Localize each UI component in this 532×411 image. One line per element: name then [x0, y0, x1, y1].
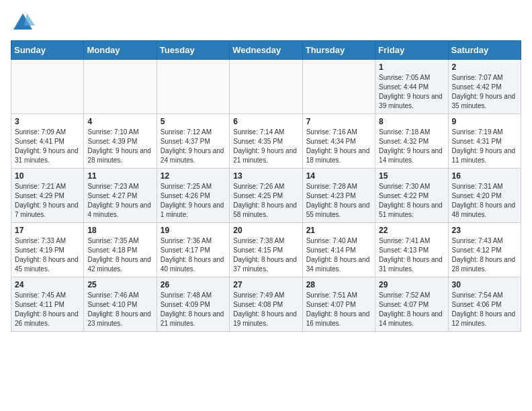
week-row-4: 17Sunrise: 7:33 AM Sunset: 4:19 PM Dayli… — [11, 223, 521, 277]
calendar-cell: 16Sunrise: 7:31 AM Sunset: 4:20 PM Dayli… — [448, 169, 521, 223]
day-number: 4 — [87, 117, 152, 126]
calendar-cell: 29Sunrise: 7:52 AM Sunset: 4:07 PM Dayli… — [375, 277, 448, 332]
weekday-header-wednesday: Wednesday — [230, 41, 302, 60]
day-number: 24 — [15, 280, 80, 289]
calendar-cell: 17Sunrise: 7:33 AM Sunset: 4:19 PM Dayli… — [11, 223, 84, 277]
logo-icon — [11, 11, 35, 35]
day-number: 17 — [15, 226, 80, 235]
day-info: Sunrise: 7:09 AM Sunset: 4:41 PM Dayligh… — [15, 128, 80, 165]
day-info: Sunrise: 7:23 AM Sunset: 4:27 PM Dayligh… — [87, 182, 152, 220]
calendar-cell: 9Sunrise: 7:19 AM Sunset: 4:31 PM Daylig… — [448, 114, 521, 169]
day-number: 7 — [306, 117, 371, 126]
day-number: 3 — [15, 117, 80, 126]
day-info: Sunrise: 7:16 AM Sunset: 4:34 PM Dayligh… — [306, 128, 371, 165]
day-info: Sunrise: 7:41 AM Sunset: 4:13 PM Dayligh… — [379, 236, 444, 274]
day-info: Sunrise: 7:19 AM Sunset: 4:31 PM Dayligh… — [452, 128, 517, 165]
calendar-cell: 1Sunrise: 7:05 AM Sunset: 4:44 PM Daylig… — [375, 60, 448, 114]
calendar-cell: 22Sunrise: 7:41 AM Sunset: 4:13 PM Dayli… — [375, 223, 448, 277]
calendar-cell: 12Sunrise: 7:25 AM Sunset: 4:26 PM Dayli… — [157, 169, 229, 223]
calendar-table: SundayMondayTuesdayWednesdayThursdayFrid… — [11, 40, 521, 332]
weekday-header-row: SundayMondayTuesdayWednesdayThursdayFrid… — [11, 41, 521, 60]
day-number: 8 — [379, 117, 444, 126]
day-number: 22 — [379, 226, 444, 235]
calendar-cell: 25Sunrise: 7:46 AM Sunset: 4:10 PM Dayli… — [84, 277, 157, 332]
calendar-cell: 19Sunrise: 7:36 AM Sunset: 4:17 PM Dayli… — [157, 223, 229, 277]
calendar-cell: 27Sunrise: 7:49 AM Sunset: 4:08 PM Dayli… — [230, 277, 302, 332]
calendar-cell: 11Sunrise: 7:23 AM Sunset: 4:27 PM Dayli… — [84, 169, 157, 223]
calendar-cell — [230, 60, 302, 114]
day-info: Sunrise: 7:25 AM Sunset: 4:26 PM Dayligh… — [161, 182, 226, 220]
calendar-cell: 5Sunrise: 7:12 AM Sunset: 4:37 PM Daylig… — [157, 114, 229, 169]
day-number: 29 — [379, 280, 444, 289]
calendar-cell: 4Sunrise: 7:10 AM Sunset: 4:39 PM Daylig… — [84, 114, 157, 169]
day-info: Sunrise: 7:28 AM Sunset: 4:23 PM Dayligh… — [306, 182, 371, 220]
day-number: 9 — [452, 117, 517, 126]
day-number: 20 — [233, 226, 298, 235]
day-number: 25 — [87, 280, 152, 289]
calendar-cell: 10Sunrise: 7:21 AM Sunset: 4:29 PM Dayli… — [11, 169, 84, 223]
calendar-cell: 18Sunrise: 7:35 AM Sunset: 4:18 PM Dayli… — [84, 223, 157, 277]
day-info: Sunrise: 7:36 AM Sunset: 4:17 PM Dayligh… — [161, 236, 226, 274]
calendar-cell — [84, 60, 157, 114]
day-info: Sunrise: 7:49 AM Sunset: 4:08 PM Dayligh… — [233, 291, 298, 328]
calendar-cell: 3Sunrise: 7:09 AM Sunset: 4:41 PM Daylig… — [11, 114, 84, 169]
day-number: 10 — [15, 171, 80, 181]
day-number: 28 — [306, 280, 371, 289]
day-number: 1 — [379, 62, 444, 72]
calendar-cell: 24Sunrise: 7:45 AM Sunset: 4:11 PM Dayli… — [11, 277, 84, 332]
day-number: 19 — [161, 226, 226, 235]
day-number: 16 — [452, 171, 517, 181]
day-number: 6 — [233, 117, 298, 126]
weekday-header-saturday: Saturday — [448, 41, 521, 60]
calendar-cell: 15Sunrise: 7:30 AM Sunset: 4:22 PM Dayli… — [375, 169, 448, 223]
day-number: 2 — [452, 62, 517, 72]
day-info: Sunrise: 7:52 AM Sunset: 4:07 PM Dayligh… — [379, 291, 444, 328]
day-info: Sunrise: 7:45 AM Sunset: 4:11 PM Dayligh… — [15, 291, 80, 328]
calendar-cell: 30Sunrise: 7:54 AM Sunset: 4:06 PM Dayli… — [448, 277, 521, 332]
day-info: Sunrise: 7:05 AM Sunset: 4:44 PM Dayligh… — [379, 73, 444, 111]
day-number: 12 — [161, 171, 226, 181]
calendar-cell — [11, 60, 84, 114]
calendar-cell: 20Sunrise: 7:38 AM Sunset: 4:15 PM Dayli… — [230, 223, 302, 277]
day-info: Sunrise: 7:40 AM Sunset: 4:14 PM Dayligh… — [306, 236, 371, 274]
weekday-header-sunday: Sunday — [11, 41, 84, 60]
week-row-3: 10Sunrise: 7:21 AM Sunset: 4:29 PM Dayli… — [11, 169, 521, 223]
week-row-2: 3Sunrise: 7:09 AM Sunset: 4:41 PM Daylig… — [11, 114, 521, 169]
calendar-cell: 14Sunrise: 7:28 AM Sunset: 4:23 PM Dayli… — [302, 169, 375, 223]
day-number: 13 — [233, 171, 298, 181]
week-row-1: 1Sunrise: 7:05 AM Sunset: 4:44 PM Daylig… — [11, 60, 521, 114]
calendar-cell: 8Sunrise: 7:18 AM Sunset: 4:32 PM Daylig… — [375, 114, 448, 169]
weekday-header-tuesday: Tuesday — [157, 41, 229, 60]
day-info: Sunrise: 7:07 AM Sunset: 4:42 PM Dayligh… — [452, 73, 517, 111]
day-info: Sunrise: 7:30 AM Sunset: 4:22 PM Dayligh… — [379, 182, 444, 220]
logo — [11, 11, 38, 35]
day-number: 18 — [87, 226, 152, 235]
calendar-cell: 7Sunrise: 7:16 AM Sunset: 4:34 PM Daylig… — [302, 114, 375, 169]
day-number: 30 — [452, 280, 517, 289]
day-info: Sunrise: 7:33 AM Sunset: 4:19 PM Dayligh… — [15, 236, 80, 274]
calendar-cell: 26Sunrise: 7:48 AM Sunset: 4:09 PM Dayli… — [157, 277, 229, 332]
day-info: Sunrise: 7:10 AM Sunset: 4:39 PM Dayligh… — [87, 128, 152, 165]
day-info: Sunrise: 7:48 AM Sunset: 4:09 PM Dayligh… — [161, 291, 226, 328]
day-number: 23 — [452, 226, 517, 235]
calendar-cell: 21Sunrise: 7:40 AM Sunset: 4:14 PM Dayli… — [302, 223, 375, 277]
day-info: Sunrise: 7:54 AM Sunset: 4:06 PM Dayligh… — [452, 291, 517, 328]
day-info: Sunrise: 7:21 AM Sunset: 4:29 PM Dayligh… — [15, 182, 80, 220]
day-number: 26 — [161, 280, 226, 289]
day-info: Sunrise: 7:12 AM Sunset: 4:37 PM Dayligh… — [161, 128, 226, 165]
day-number: 27 — [233, 280, 298, 289]
calendar-cell: 28Sunrise: 7:51 AM Sunset: 4:07 PM Dayli… — [302, 277, 375, 332]
day-info: Sunrise: 7:43 AM Sunset: 4:12 PM Dayligh… — [452, 236, 517, 274]
day-number: 14 — [306, 171, 371, 181]
day-info: Sunrise: 7:31 AM Sunset: 4:20 PM Dayligh… — [452, 182, 517, 220]
calendar-cell: 2Sunrise: 7:07 AM Sunset: 4:42 PM Daylig… — [448, 60, 521, 114]
calendar-cell — [157, 60, 229, 114]
day-info: Sunrise: 7:35 AM Sunset: 4:18 PM Dayligh… — [87, 236, 152, 274]
day-info: Sunrise: 7:51 AM Sunset: 4:07 PM Dayligh… — [306, 291, 371, 328]
calendar-cell: 6Sunrise: 7:14 AM Sunset: 4:35 PM Daylig… — [230, 114, 302, 169]
day-number: 15 — [379, 171, 444, 181]
day-info: Sunrise: 7:14 AM Sunset: 4:35 PM Dayligh… — [233, 128, 298, 165]
day-info: Sunrise: 7:38 AM Sunset: 4:15 PM Dayligh… — [233, 236, 298, 274]
day-info: Sunrise: 7:26 AM Sunset: 4:25 PM Dayligh… — [233, 182, 298, 220]
weekday-header-friday: Friday — [375, 41, 448, 60]
